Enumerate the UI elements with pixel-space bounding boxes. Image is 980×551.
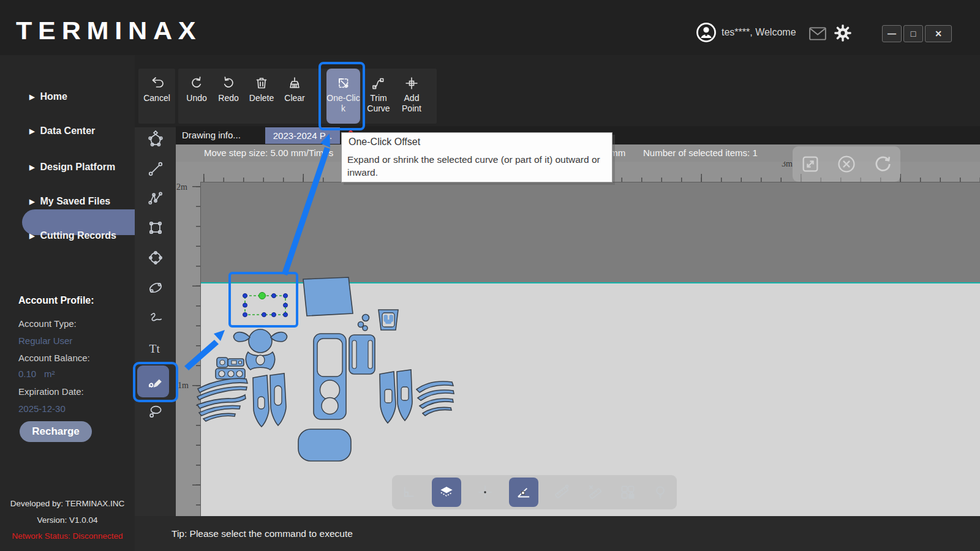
close-glyph: ✕ <box>935 29 942 39</box>
trim-curve-label: Trim Curve <box>364 93 393 114</box>
triangle-marker-icon: ▶ <box>29 93 34 101</box>
shape-small-parts <box>216 358 245 379</box>
ruler-delete-icon[interactable] <box>586 483 604 501</box>
undo-icon <box>189 75 205 91</box>
expiration-date-label: Expiration Date: <box>18 386 84 397</box>
network-status-text: Network Status: Disconnected <box>0 531 135 541</box>
lasso-tool[interactable] <box>145 400 166 421</box>
sidebar: ▶ Home ▶ Data Center ▶ Design Platform ▶… <box>0 55 135 551</box>
redo-label: Redo <box>218 93 238 103</box>
shape-cup-holder <box>379 310 398 330</box>
polyline-tool-icon <box>146 189 165 208</box>
lasso-tool-icon <box>146 401 165 419</box>
text-tool[interactable]: Tt <box>145 338 166 359</box>
svg-text:Tt: Tt <box>149 342 160 355</box>
cancel-selection-icon[interactable] <box>836 154 857 174</box>
user-avatar-icon[interactable] <box>696 22 717 43</box>
add-point-button[interactable]: Add Point <box>396 69 428 124</box>
ruler-icon[interactable] <box>552 483 571 501</box>
delete-label: Delete <box>249 93 274 103</box>
canvas-surface[interactable]: 2m 1m 3m <box>176 162 980 516</box>
close-button[interactable]: ✕ <box>925 25 952 42</box>
app-logo: TERMINAX <box>16 17 202 45</box>
trim-curve-button[interactable]: Trim Curve <box>363 69 394 124</box>
developer-text: Developed by: TERMINAX.INC <box>0 499 135 508</box>
tip-text: Tip: Please select the command to execut… <box>172 528 353 539</box>
cancel-return-arrow-icon <box>149 75 165 91</box>
circle-tool[interactable] <box>145 247 166 268</box>
freehand-tool-icon <box>146 309 165 327</box>
one-click-offset-button[interactable]: One-Click <box>326 69 360 124</box>
shape-center-console <box>314 334 346 419</box>
one-click-offset-tooltip: One-Click Offset Expand or shrink the se… <box>341 132 612 182</box>
corner-axes-icon[interactable] <box>399 483 418 501</box>
clear-button[interactable]: Clear <box>279 69 311 124</box>
pen-offset-tool[interactable] <box>145 371 166 392</box>
trim-curve-icon <box>371 75 386 91</box>
lightbulb-icon[interactable] <box>651 483 669 501</box>
selected-count-text: Number of selected items: 1 <box>643 148 758 158</box>
refresh-icon[interactable] <box>872 154 893 174</box>
line-tool-icon <box>146 160 165 178</box>
sidebar-item-data-center[interactable]: ▶ Data Center <box>0 119 135 143</box>
maximize-button[interactable]: □ <box>903 25 923 42</box>
redo-button[interactable]: Redo <box>213 69 244 124</box>
ellipse-tool-icon <box>146 279 165 297</box>
tab-drawing-info[interactable]: Drawing info... <box>182 130 241 140</box>
account-type-value: Regular User <box>18 335 72 346</box>
recharge-button[interactable]: Recharge <box>20 421 92 442</box>
minimize-button[interactable]: — <box>882 25 902 42</box>
top-toolbar: Cancel Undo Redo Delete <box>135 55 980 127</box>
freehand-tool[interactable] <box>145 307 166 328</box>
canvas-view-panel <box>793 146 900 182</box>
undo-button[interactable]: Undo <box>181 69 213 124</box>
polyline-tool[interactable] <box>145 188 166 209</box>
rectangle-tool[interactable] <box>145 217 166 238</box>
tooltip-body: Expand or shrink the selected curve (or … <box>347 153 607 179</box>
fit-view-icon[interactable] <box>800 154 821 174</box>
layers-button-active[interactable] <box>432 478 461 507</box>
add-point-label: Add Point <box>398 93 426 114</box>
pen-offset-tool-icon <box>146 372 165 391</box>
sidebar-item-my-saved-files[interactable]: ▶ My Saved Files <box>0 189 135 214</box>
sidebar-item-design-platform[interactable]: ▶ Design Platform <box>0 155 135 179</box>
ruler-label-1m: 1m <box>178 381 189 390</box>
add-point-icon <box>404 75 420 91</box>
layers-icon <box>437 483 456 501</box>
line-tool[interactable] <box>145 159 166 179</box>
node-edit-tool[interactable] <box>145 129 166 150</box>
active-node <box>259 293 266 299</box>
cancel-button[interactable]: Cancel <box>138 69 175 124</box>
sidebar-item-label: Data Center <box>40 126 95 137</box>
triangle-marker-icon: ▶ <box>29 163 34 171</box>
shape-door-panel <box>349 335 375 374</box>
sidebar-item-label: Home <box>40 91 67 102</box>
sidebar-item-home[interactable]: ▶ Home <box>0 84 135 109</box>
undo-label: Undo <box>186 93 206 103</box>
move-step-text: Move step size: 5.00 mm/Times <box>204 148 333 158</box>
delete-button[interactable]: Delete <box>244 69 279 124</box>
clear-label: Clear <box>284 93 304 103</box>
account-type-label: Account Type: <box>18 318 77 329</box>
sidebar-item-cutting-records[interactable]: ▶ Cutting Records <box>0 223 135 248</box>
sidebar-item-label: My Saved Files <box>40 196 110 207</box>
shape-dot <box>363 326 368 331</box>
rectangle-tool-icon <box>146 219 165 237</box>
welcome-text: tes****, Welcome <box>722 27 796 38</box>
canvas-bottom-toolbar <box>392 475 677 509</box>
angle-button-active[interactable] <box>509 478 538 507</box>
text-tool-icon: Tt <box>146 339 165 358</box>
ellipse-tool[interactable] <box>145 277 166 298</box>
account-balance-unit: m² <box>44 369 55 379</box>
shape-armrest-pad <box>298 429 351 461</box>
mail-icon[interactable] <box>809 26 827 42</box>
redo-icon <box>221 75 236 91</box>
crosshair-icon[interactable] <box>476 483 494 501</box>
grid-lock-icon[interactable] <box>619 483 637 501</box>
canvas-outside-area <box>200 182 980 283</box>
account-profile-heading: Account Profile: <box>18 295 94 306</box>
version-text: Version: V1.0.04 <box>0 515 135 525</box>
one-click-offset-icon <box>336 75 352 91</box>
gear-icon[interactable] <box>833 23 853 43</box>
tab-file[interactable]: 2023-2024 P... <box>265 127 340 144</box>
